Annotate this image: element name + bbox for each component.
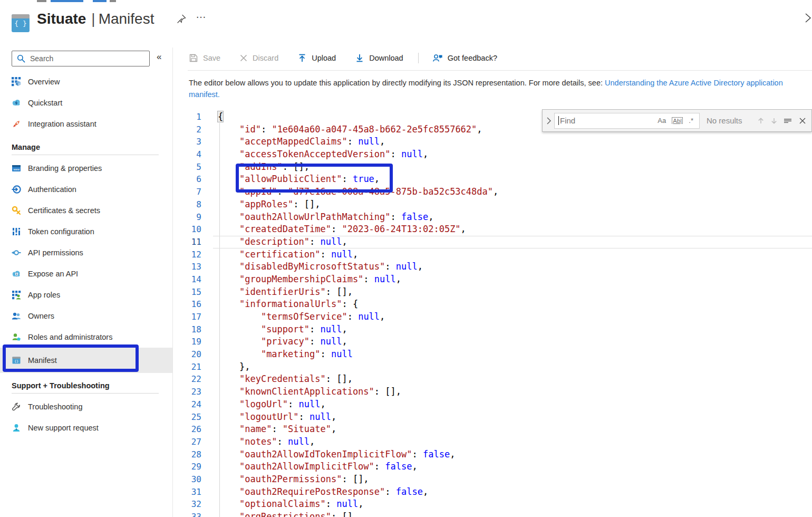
sidebar-item-api-permissions[interactable]: API permissions <box>0 242 172 263</box>
code-line[interactable]: 16 "informationalUrls": { <box>173 298 812 311</box>
authentication-icon <box>12 185 21 194</box>
code-line[interactable]: 12 "certification": null, <box>173 248 812 261</box>
search-input[interactable] <box>29 54 149 63</box>
sidebar-item-label: Token configuration <box>28 227 94 236</box>
code-line[interactable]: 4 "accessTokenAcceptedVersion": null, <box>173 148 812 161</box>
save-button[interactable]: Save <box>189 53 220 63</box>
sidebar-item-roles-and-administrators[interactable]: Roles and administrators <box>0 327 172 348</box>
toolbar: Save Discard Upload Download Got feedbac… <box>189 50 516 66</box>
sidebar-item-owners[interactable]: Owners <box>0 305 172 327</box>
code-line[interactable]: 17 "termsOfService": null, <box>173 311 812 323</box>
code-text: }, <box>201 361 250 374</box>
code-line[interactable]: 11 "description": null, <box>173 236 812 248</box>
sidebar-item-troubleshooting[interactable]: Troubleshooting <box>0 396 172 417</box>
find-expand-chevron-icon[interactable] <box>546 117 552 125</box>
line-number: 17 <box>173 311 201 323</box>
code-line[interactable]: 18 "support": null, <box>173 323 812 336</box>
code-text: "groupMembershipClaims": null, <box>201 273 401 286</box>
pin-icon[interactable] <box>176 14 188 25</box>
sidebar-item-app-roles[interactable]: App roles <box>0 284 172 305</box>
sidebar-item-authentication[interactable]: Authentication <box>0 179 172 200</box>
code-text: "privacy": null, <box>201 336 347 348</box>
sidebar-collapse-icon[interactable]: « <box>157 52 161 62</box>
code-line[interactable]: 25 "logoutUrl": null, <box>173 411 812 424</box>
sidebar-item-expose-an-api[interactable]: Expose an API <box>0 263 172 284</box>
toolbar-rule <box>188 70 812 71</box>
code-text: "orgRestrictions": [], <box>201 511 358 517</box>
code-text: "oauth2RequirePostResponse": false, <box>201 486 428 499</box>
code-text: "allowPublicClient": true, <box>201 173 380 186</box>
whole-word-button[interactable]: Ab| <box>672 117 683 124</box>
sidebar-item-integration-assistant[interactable]: Integration assistant <box>0 113 172 135</box>
code-line[interactable]: 26 "name": "Situate", <box>173 423 812 436</box>
more-commands-icon[interactable]: … <box>196 8 207 21</box>
sidebar-item-token-configuration[interactable]: Token configuration <box>0 221 172 242</box>
code-line[interactable]: 30 "oauth2Permissions": [], <box>173 473 812 486</box>
code-line[interactable]: 8 "appRoles": [], <box>173 198 812 211</box>
code-line[interactable]: 10 "createdDateTime": "2023-06-24T13:02:… <box>173 223 812 236</box>
find-next-button[interactable] <box>770 117 778 125</box>
code-line[interactable]: 9 "oauth2AllowUrlPathMatching": false, <box>173 211 812 224</box>
code-line[interactable]: 15 "identifierUris": [], <box>173 286 812 299</box>
code-line[interactable]: 5 "addIns": [], <box>173 161 812 174</box>
code-line[interactable]: 23 "knownClientApplications": [], <box>173 386 812 398</box>
code-line[interactable]: 13 "disabledByMicrosoftStatus": null, <box>173 261 812 273</box>
sidebar-item-label: Roles and administrators <box>28 333 112 341</box>
code-line[interactable]: 32 "optionalClaims": null, <box>173 498 812 511</box>
find-in-selection-button[interactable] <box>783 117 792 125</box>
code-line[interactable]: 28 "oauth2AllowIdTokenImplicitFlow": fal… <box>173 448 812 461</box>
manifest-json-editor[interactable]: 1{2 "id": "1e604a60-a047-45a8-b662-2e5fc… <box>173 109 812 517</box>
code-line[interactable]: 20 "marketing": null <box>173 348 812 361</box>
panel-expand-chevron-icon[interactable] <box>804 13 812 23</box>
line-number: 3 <box>173 136 201 148</box>
code-text: "id": "1e604a60-a047-45a8-b662-2e5fc8557… <box>201 123 482 136</box>
section-divider <box>12 393 159 394</box>
line-number: 21 <box>173 361 201 374</box>
find-widget: Find Aa Ab| .* No results <box>542 109 812 132</box>
sidebar-item-quickstart[interactable]: Quickstart <box>0 92 172 113</box>
line-number: 6 <box>173 173 201 186</box>
app-manifest-icon: { } <box>12 14 30 32</box>
feedback-button[interactable]: Got feedback? <box>432 53 497 63</box>
line-number: 7 <box>173 186 201 198</box>
sidebar-item-label: Overview <box>28 78 60 86</box>
match-case-button[interactable]: Aa <box>658 117 666 125</box>
apiperm-icon <box>12 248 21 257</box>
code-text: "notes": null, <box>201 436 315 448</box>
code-line[interactable]: 14 "groupMembershipClaims": null, <box>173 273 812 286</box>
regex-button[interactable]: .* <box>689 117 693 125</box>
code-line[interactable]: 19 "privacy": null, <box>173 336 812 348</box>
find-input[interactable]: Find Aa Ab| .* <box>554 113 700 129</box>
line-number: 14 <box>173 273 201 286</box>
discard-button[interactable]: Discard <box>239 54 278 62</box>
page-title: Situate|Manifest <box>37 8 154 30</box>
download-button[interactable]: Download <box>355 53 403 63</box>
code-line[interactable]: 3 "acceptMappedClaims": null, <box>173 136 812 148</box>
sidebar-search[interactable] <box>12 51 150 66</box>
code-line[interactable]: 6 "allowPublicClient": true, <box>173 173 812 186</box>
code-line[interactable]: 33 "orgRestrictions": [], <box>173 511 812 517</box>
svg-text:www: www <box>13 168 20 171</box>
code-line[interactable]: 27 "notes": null, <box>173 436 812 448</box>
upload-button[interactable]: Upload <box>297 53 336 63</box>
sidebar-item-manifest[interactable]: {}Manifest <box>0 348 172 373</box>
line-number: 9 <box>173 211 201 224</box>
line-number: 31 <box>173 486 201 499</box>
sidebar-item-new-support-request[interactable]: New support request <box>0 417 172 438</box>
code-line[interactable]: 29 "oauth2AllowImplicitFlow": false, <box>173 461 812 473</box>
code-line[interactable]: 7 "appId": "d77e16ae-008a-48a5-875b-ba52… <box>173 186 812 198</box>
sidebar-item-certificates-secrets[interactable]: Certificates & secrets <box>0 200 172 221</box>
line-number: 23 <box>173 386 201 398</box>
upload-label: Upload <box>312 54 336 62</box>
code-line[interactable]: 24 "logoUrl": null, <box>173 398 812 411</box>
sidebar-item-branding-properties[interactable]: wwwBranding & properties <box>0 158 172 179</box>
sidebar-item-overview[interactable]: Overview <box>0 71 172 92</box>
code-text: "logoUrl": null, <box>201 398 326 411</box>
find-status: No results <box>707 116 752 125</box>
code-text: "appRoles": [], <box>201 198 321 211</box>
code-line[interactable]: 22 "keyCredentials": [], <box>173 373 812 386</box>
code-line[interactable]: 31 "oauth2RequirePostResponse": false, <box>173 486 812 499</box>
find-close-icon[interactable] <box>799 117 806 125</box>
find-previous-button[interactable] <box>757 117 765 125</box>
code-line[interactable]: 21 }, <box>173 361 812 374</box>
